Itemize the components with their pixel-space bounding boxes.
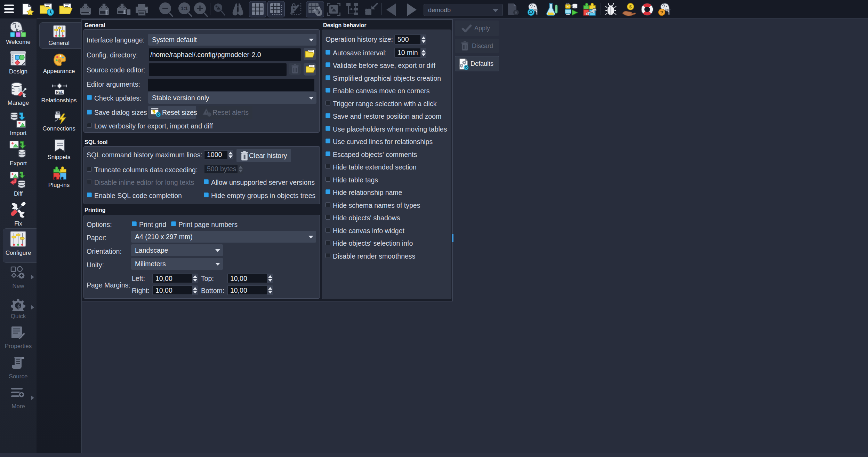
svg-text:REL: REL xyxy=(56,90,63,94)
svg-text:1:1: 1:1 xyxy=(181,6,188,11)
svg-text:$: $ xyxy=(629,4,632,9)
svg-text:?: ? xyxy=(660,9,663,15)
